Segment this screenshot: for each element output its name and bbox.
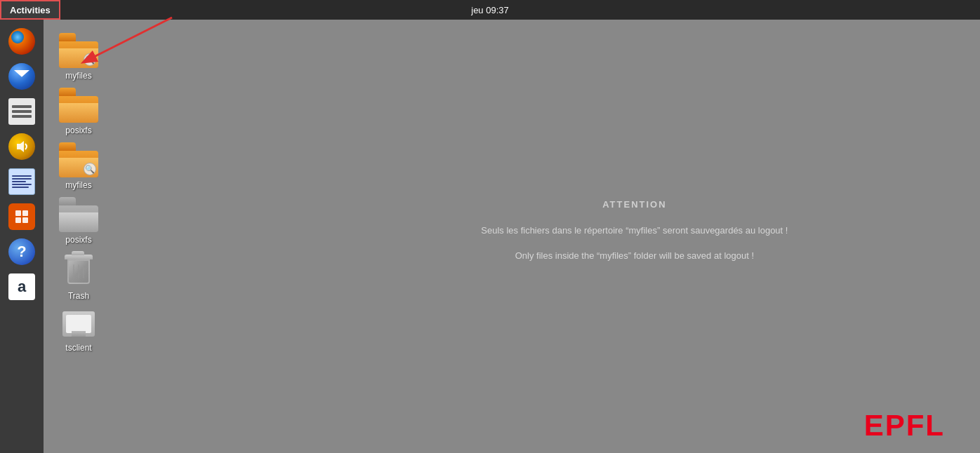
desktop-icon-myfiles1-label: myfiles <box>65 71 91 81</box>
firefox-icon <box>8 28 35 55</box>
desktop-icon-myfiles1[interactable]: 🔍 myfiles <box>47 30 110 83</box>
svg-marker-2 <box>17 141 24 152</box>
files-icon <box>8 98 35 125</box>
dock-item-files[interactable] <box>7 97 37 126</box>
desktop-icon-tsclient[interactable]: tsclient <box>47 305 110 356</box>
svg-rect-5 <box>15 217 21 223</box>
activities-button[interactable]: Activities <box>0 0 60 20</box>
desktop-icon-trash-label: Trash <box>68 291 89 301</box>
trash-icon <box>60 252 97 288</box>
dock: ? a <box>0 20 44 453</box>
dock-item-thunderbird[interactable] <box>7 62 37 91</box>
desktop-icon-posixfs2[interactable]: posixfs <box>47 194 110 248</box>
folder-myfiles1-icon: 🔍 <box>59 33 98 68</box>
notice-title: ATTENTION <box>481 199 788 210</box>
dock-item-speaker[interactable] <box>7 132 37 161</box>
epfl-logo: EPFL <box>864 409 945 442</box>
dock-item-help[interactable]: ? <box>7 237 37 266</box>
dock-item-writer[interactable] <box>7 167 37 196</box>
desktop-icon-trash[interactable]: Trash <box>47 249 110 304</box>
dock-item-appstore[interactable] <box>7 202 37 231</box>
dock-item-amazon[interactable]: a <box>7 272 37 302</box>
desktop-icon-posixfs1[interactable]: posixfs <box>47 85 110 138</box>
folder-posixfs1-icon <box>59 88 98 123</box>
svg-rect-3 <box>15 210 21 216</box>
desktop: 🔍 myfiles posixfs 🔍 myfiles <box>44 20 980 453</box>
speaker-icon <box>8 133 35 160</box>
svg-rect-6 <box>22 217 28 223</box>
clock: jeu 09:37 <box>471 5 509 15</box>
notice-line2: Only files inside the “myfiles” folder w… <box>481 249 788 263</box>
thunderbird-icon <box>8 63 35 90</box>
center-notice: ATTENTION Seuls les fichiers dans le rép… <box>481 199 788 273</box>
tsclient-icon <box>60 308 97 340</box>
desktop-icon-posixfs1-label: posixfs <box>65 126 91 135</box>
folder-myfiles2-icon: 🔍 <box>59 142 98 177</box>
notice-line1: Seuls les fichiers dans le répertoire “m… <box>481 224 788 238</box>
desktop-icon-myfiles2-label: myfiles <box>65 180 91 190</box>
amazon-icon: a <box>8 273 35 300</box>
desktop-icon-tsclient-label: tsclient <box>65 343 91 353</box>
folder-posixfs2-icon <box>59 197 98 232</box>
svg-rect-4 <box>22 210 28 216</box>
topbar: Activities jeu 09:37 <box>0 0 980 20</box>
desktop-icons-column: 🔍 myfiles posixfs 🔍 myfiles <box>44 23 114 364</box>
appstore-icon <box>8 203 35 230</box>
writer-icon <box>8 168 35 195</box>
desktop-icon-myfiles2[interactable]: 🔍 myfiles <box>47 140 110 193</box>
dock-item-firefox[interactable] <box>7 27 37 56</box>
help-icon: ? <box>8 238 35 265</box>
desktop-icon-posixfs2-label: posixfs <box>65 235 91 245</box>
